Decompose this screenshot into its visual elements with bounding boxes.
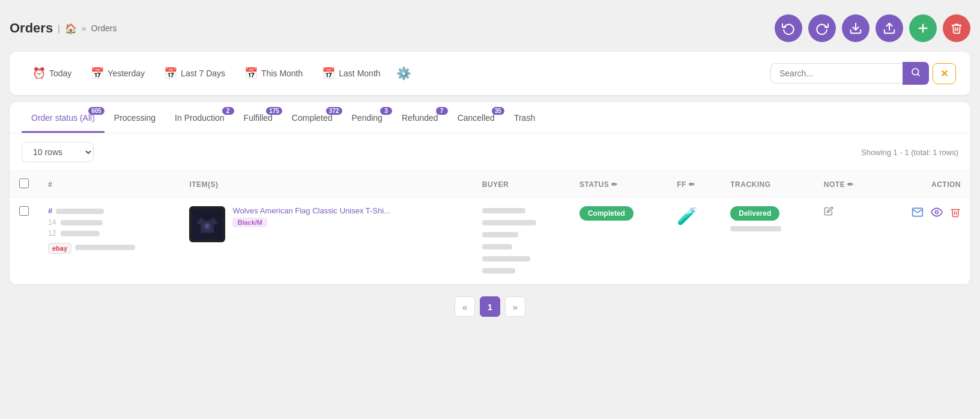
buyer-address1 xyxy=(482,220,536,225)
status-badge: Completed xyxy=(579,206,634,221)
tab-cancelled[interactable]: Cancelled 35 xyxy=(448,102,504,133)
table-row: # 14 12 ebay xyxy=(10,198,970,284)
download-button[interactable] xyxy=(842,14,870,42)
row-buyer-cell xyxy=(473,198,570,284)
settings-icon[interactable]: ⚙️ xyxy=(392,61,416,85)
sync-in-button[interactable] xyxy=(775,14,802,42)
tab-all-badge: 605 xyxy=(88,107,104,115)
ff-icon[interactable]: 🧪 xyxy=(677,207,698,225)
clock-icon: ⏰ xyxy=(32,67,46,80)
tab-trash[interactable]: Trash xyxy=(504,102,545,133)
buyer-city xyxy=(482,244,512,249)
col-items: ITEM(S) xyxy=(180,171,472,198)
delete-button[interactable] xyxy=(943,14,970,42)
tab-cancelled-badge: 35 xyxy=(492,107,504,115)
sync-out-button[interactable] xyxy=(808,14,836,42)
row-note-cell xyxy=(814,198,880,284)
col-buyer: BUYER xyxy=(473,171,570,198)
platform-badge: ebay xyxy=(48,243,71,254)
col-note: NOTE ✏ xyxy=(814,171,880,198)
filter-lastmonth[interactable]: 📅 Last Month xyxy=(313,62,389,85)
tab-pending[interactable]: Pending 3 xyxy=(342,102,392,133)
add-button[interactable] xyxy=(909,14,937,42)
row-action-cell xyxy=(879,198,970,284)
tab-all-label: Order status (All) xyxy=(31,113,95,123)
upload-button[interactable] xyxy=(876,14,903,42)
order-num: 14 xyxy=(48,218,56,227)
col-status: STATUS ✏ xyxy=(570,171,667,198)
tab-completed[interactable]: Completed 372 xyxy=(282,102,342,133)
filter-today-label: Today xyxy=(49,69,71,78)
page-1-button[interactable]: 1 xyxy=(480,296,500,317)
row-tracking-cell: Delivered xyxy=(721,198,814,284)
page-title: Orders xyxy=(10,20,53,36)
col-tracking: TRACKING xyxy=(721,171,814,198)
tab-cancelled-label: Cancelled xyxy=(458,113,495,123)
tab-order-status-all[interactable]: Order status (All) 605 xyxy=(22,102,104,133)
email-action-icon[interactable] xyxy=(912,206,924,221)
tab-refunded[interactable]: Refunded 7 xyxy=(392,102,448,133)
item-image xyxy=(189,206,225,242)
filter-last7-label: Last 7 Days xyxy=(181,69,225,78)
breadcrumb-separator: | xyxy=(58,23,60,33)
status-edit-icon[interactable]: ✏ xyxy=(611,180,618,189)
ff-edit-icon[interactable]: ✏ xyxy=(689,180,695,189)
row-checkbox[interactable] xyxy=(19,206,29,216)
note-edit-icon[interactable]: ✏ xyxy=(847,180,854,189)
breadcrumb-arrow: » xyxy=(82,23,86,33)
item-wrap: Wolves American Flag Classic Unisex T-Sh… xyxy=(189,206,462,242)
buyer-address2 xyxy=(482,232,518,237)
pagination: « 1 » xyxy=(10,284,970,329)
tab-in-production-badge: 2 xyxy=(222,107,234,115)
tab-completed-badge: 372 xyxy=(326,107,342,115)
item-details: Wolves American Flag Classic Unisex T-Sh… xyxy=(232,206,390,227)
action-icons xyxy=(889,206,961,221)
filter-lastmonth-label: Last Month xyxy=(339,69,380,78)
calendar-icon-yesterday: 📅 xyxy=(91,67,104,80)
buyer-zip xyxy=(482,268,515,274)
search-button[interactable] xyxy=(903,62,929,85)
search-input[interactable] xyxy=(770,63,903,84)
showing-text: Showing 1 - 1 (total: 1 rows) xyxy=(861,148,958,157)
filter-thismonth-label: This Month xyxy=(261,69,303,78)
home-icon[interactable]: 🏠 xyxy=(65,23,77,34)
table-controls: 10 rows 25 rows 50 rows 100 rows Showing… xyxy=(10,133,970,171)
order-meta1 xyxy=(61,220,103,225)
platform-tag xyxy=(75,245,135,250)
row-status-cell: Completed xyxy=(570,198,667,284)
view-action-icon[interactable] xyxy=(931,206,943,221)
filter-today[interactable]: ⏰ Today xyxy=(24,62,80,85)
tab-fulfilled[interactable]: Fulfilled 175 xyxy=(234,102,282,133)
tab-refunded-label: Refunded xyxy=(402,113,438,123)
prev-page-button[interactable]: « xyxy=(455,296,475,317)
filter-yesterday[interactable]: 📅 Yesterday xyxy=(82,62,153,85)
item-name[interactable]: Wolves American Flag Classic Unisex T-Sh… xyxy=(232,206,390,215)
orders-table: # ITEM(S) BUYER STATUS ✏ FF ✏ TRACKING N… xyxy=(10,171,970,284)
rows-per-page-select[interactable]: 10 rows 25 rows 50 rows 100 rows xyxy=(22,142,94,162)
item-variant: Black/M xyxy=(232,218,267,227)
tracking-info xyxy=(730,226,781,231)
select-all-checkbox[interactable] xyxy=(19,179,29,188)
clear-search-button[interactable]: ✕ xyxy=(933,63,956,84)
note-edit-icon[interactable] xyxy=(824,207,833,218)
buyer-name xyxy=(482,208,525,213)
order-meta2 xyxy=(61,231,100,236)
tracking-badge: Delivered xyxy=(730,206,779,221)
header-actions xyxy=(775,14,970,42)
tab-processing[interactable]: Processing xyxy=(104,102,165,133)
tab-processing-label: Processing xyxy=(114,113,156,123)
tab-in-production[interactable]: In Production 2 xyxy=(165,102,234,133)
order-id[interactable]: # xyxy=(48,206,52,215)
search-area: ✕ xyxy=(770,62,956,85)
filter-last7[interactable]: 📅 Last 7 Days xyxy=(156,62,234,85)
filter-bar: ⏰ Today 📅 Yesterday 📅 Last 7 Days 📅 This… xyxy=(10,52,970,95)
main-content: Order status (All) 605 Processing In Pro… xyxy=(10,102,970,284)
calendar-icon-lastmonth: 📅 xyxy=(322,67,335,80)
filter-thismonth[interactable]: 📅 This Month xyxy=(236,62,311,85)
next-page-button[interactable]: » xyxy=(505,296,525,317)
filter-yesterday-label: Yesterday xyxy=(107,69,145,78)
tab-completed-label: Completed xyxy=(292,113,333,123)
delete-action-icon[interactable] xyxy=(950,207,961,221)
row-items-cell: Wolves American Flag Classic Unisex T-Sh… xyxy=(180,198,472,284)
col-hash: # xyxy=(38,171,180,198)
